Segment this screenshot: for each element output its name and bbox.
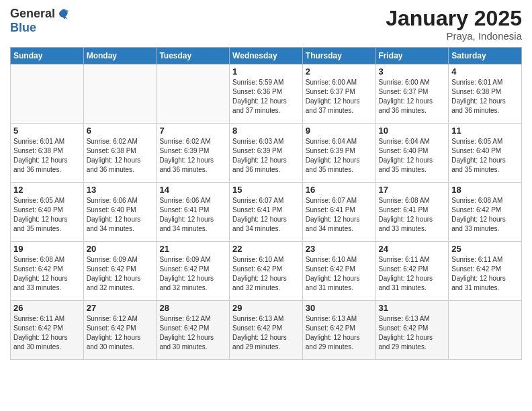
day-number: 8: [232, 126, 300, 136]
day-number: 24: [379, 244, 446, 254]
day-info: Sunrise: 6:11 AM Sunset: 6:42 PM Dayligh…: [451, 255, 519, 293]
calendar-cell: 20Sunrise: 6:09 AM Sunset: 6:42 PM Dayli…: [83, 242, 157, 301]
day-number: 10: [379, 126, 446, 136]
day-number: 7: [159, 126, 226, 136]
calendar-cell: [449, 301, 522, 360]
page: General Blue January 2025 Praya, Indones…: [0, 0, 532, 411]
day-info: Sunrise: 6:01 AM Sunset: 6:38 PM Dayligh…: [13, 137, 81, 175]
day-number: 13: [87, 185, 154, 195]
day-info: Sunrise: 6:09 AM Sunset: 6:42 PM Dayligh…: [87, 255, 154, 293]
calendar-cell: [157, 64, 230, 124]
day-number: 5: [13, 126, 81, 136]
calendar-cell: 3Sunrise: 6:00 AM Sunset: 6:37 PM Daylig…: [375, 64, 449, 124]
calendar-week-row: 12Sunrise: 6:05 AM Sunset: 6:40 PM Dayli…: [11, 183, 522, 242]
calendar-cell: 8Sunrise: 6:03 AM Sunset: 6:39 PM Daylig…: [230, 124, 303, 183]
day-number: 25: [451, 244, 519, 254]
calendar-cell: 5Sunrise: 6:01 AM Sunset: 6:38 PM Daylig…: [11, 124, 84, 183]
day-number: 1: [232, 66, 300, 77]
calendar-cell: 15Sunrise: 6:07 AM Sunset: 6:41 PM Dayli…: [230, 183, 303, 242]
calendar-cell: 22Sunrise: 6:10 AM Sunset: 6:42 PM Dayli…: [230, 242, 303, 301]
day-number: 9: [306, 126, 373, 136]
calendar-table: SundayMondayTuesdayWednesdayThursdayFrid…: [10, 47, 522, 360]
day-number: 29: [232, 303, 300, 313]
calendar-cell: 16Sunrise: 6:07 AM Sunset: 6:41 PM Dayli…: [302, 183, 375, 242]
day-number: 2: [306, 66, 373, 77]
day-number: 18: [451, 185, 519, 195]
day-info: Sunrise: 6:02 AM Sunset: 6:38 PM Dayligh…: [87, 137, 154, 175]
calendar-header-saturday: Saturday: [449, 48, 522, 64]
calendar-cell: 11Sunrise: 6:05 AM Sunset: 6:40 PM Dayli…: [449, 124, 522, 183]
calendar-cell: 27Sunrise: 6:12 AM Sunset: 6:42 PM Dayli…: [83, 301, 157, 360]
logo-bird-icon: [56, 7, 70, 21]
calendar-cell: 28Sunrise: 6:12 AM Sunset: 6:42 PM Dayli…: [157, 301, 230, 360]
day-info: Sunrise: 6:12 AM Sunset: 6:42 PM Dayligh…: [87, 314, 154, 352]
location-title: Praya, Indonesia: [386, 30, 522, 42]
day-number: 4: [451, 66, 519, 77]
day-info: Sunrise: 6:09 AM Sunset: 6:42 PM Dayligh…: [159, 255, 226, 293]
day-info: Sunrise: 6:06 AM Sunset: 6:41 PM Dayligh…: [159, 196, 226, 234]
logo-blue-text: Blue: [10, 21, 36, 35]
day-info: Sunrise: 6:10 AM Sunset: 6:42 PM Dayligh…: [306, 255, 373, 293]
day-info: Sunrise: 6:13 AM Sunset: 6:42 PM Dayligh…: [379, 314, 446, 352]
calendar-cell: 9Sunrise: 6:04 AM Sunset: 6:39 PM Daylig…: [302, 124, 375, 183]
day-info: Sunrise: 6:07 AM Sunset: 6:41 PM Dayligh…: [232, 196, 300, 234]
calendar-cell: [11, 64, 84, 124]
day-info: Sunrise: 6:07 AM Sunset: 6:41 PM Dayligh…: [306, 196, 373, 234]
day-info: Sunrise: 6:10 AM Sunset: 6:42 PM Dayligh…: [232, 255, 300, 293]
day-info: Sunrise: 6:02 AM Sunset: 6:39 PM Dayligh…: [159, 137, 226, 175]
calendar-cell: 19Sunrise: 6:08 AM Sunset: 6:42 PM Dayli…: [11, 242, 84, 301]
day-info: Sunrise: 6:12 AM Sunset: 6:42 PM Dayligh…: [159, 314, 226, 352]
day-info: Sunrise: 6:13 AM Sunset: 6:42 PM Dayligh…: [232, 314, 300, 352]
calendar-cell: 4Sunrise: 6:01 AM Sunset: 6:38 PM Daylig…: [449, 64, 522, 124]
day-number: 16: [306, 185, 373, 195]
calendar-week-row: 26Sunrise: 6:11 AM Sunset: 6:42 PM Dayli…: [11, 301, 522, 360]
header: General Blue January 2025 Praya, Indones…: [10, 7, 522, 42]
day-info: Sunrise: 6:04 AM Sunset: 6:39 PM Dayligh…: [306, 137, 373, 175]
calendar-cell: 31Sunrise: 6:13 AM Sunset: 6:42 PM Dayli…: [375, 301, 449, 360]
day-info: Sunrise: 6:00 AM Sunset: 6:37 PM Dayligh…: [379, 78, 446, 116]
day-number: 6: [87, 126, 154, 136]
calendar-cell: 14Sunrise: 6:06 AM Sunset: 6:41 PM Dayli…: [157, 183, 230, 242]
day-number: 28: [159, 303, 226, 313]
calendar-cell: 1Sunrise: 5:59 AM Sunset: 6:36 PM Daylig…: [230, 64, 303, 124]
day-number: 17: [379, 185, 446, 195]
calendar-header-sunday: Sunday: [11, 48, 84, 64]
day-number: 22: [232, 244, 300, 254]
day-info: Sunrise: 6:08 AM Sunset: 6:42 PM Dayligh…: [13, 255, 81, 293]
day-number: 15: [232, 185, 300, 195]
calendar-cell: 26Sunrise: 6:11 AM Sunset: 6:42 PM Dayli…: [11, 301, 84, 360]
day-number: 3: [379, 66, 446, 77]
day-info: Sunrise: 6:05 AM Sunset: 6:40 PM Dayligh…: [451, 137, 519, 175]
day-number: 12: [13, 185, 81, 195]
logo-general-text: General: [10, 7, 55, 21]
calendar-cell: 6Sunrise: 6:02 AM Sunset: 6:38 PM Daylig…: [83, 124, 157, 183]
calendar-week-row: 5Sunrise: 6:01 AM Sunset: 6:38 PM Daylig…: [11, 124, 522, 183]
calendar-header-row: SundayMondayTuesdayWednesdayThursdayFrid…: [11, 48, 522, 64]
calendar-cell: 17Sunrise: 6:08 AM Sunset: 6:41 PM Dayli…: [375, 183, 449, 242]
day-info: Sunrise: 6:04 AM Sunset: 6:40 PM Dayligh…: [379, 137, 446, 175]
calendar-cell: 24Sunrise: 6:11 AM Sunset: 6:42 PM Dayli…: [375, 242, 449, 301]
calendar-cell: 2Sunrise: 6:00 AM Sunset: 6:37 PM Daylig…: [302, 64, 375, 124]
calendar-header-thursday: Thursday: [302, 48, 375, 64]
day-info: Sunrise: 6:01 AM Sunset: 6:38 PM Dayligh…: [451, 78, 519, 116]
day-info: Sunrise: 6:00 AM Sunset: 6:37 PM Dayligh…: [306, 78, 373, 116]
calendar-cell: 21Sunrise: 6:09 AM Sunset: 6:42 PM Dayli…: [157, 242, 230, 301]
calendar-cell: 29Sunrise: 6:13 AM Sunset: 6:42 PM Dayli…: [230, 301, 303, 360]
day-info: Sunrise: 6:06 AM Sunset: 6:40 PM Dayligh…: [87, 196, 154, 234]
calendar-cell: 13Sunrise: 6:06 AM Sunset: 6:40 PM Dayli…: [83, 183, 157, 242]
month-title: January 2025: [386, 7, 522, 30]
calendar-header-tuesday: Tuesday: [157, 48, 230, 64]
day-info: Sunrise: 6:11 AM Sunset: 6:42 PM Dayligh…: [13, 314, 81, 352]
day-number: 27: [87, 303, 154, 313]
calendar-cell: 23Sunrise: 6:10 AM Sunset: 6:42 PM Dayli…: [302, 242, 375, 301]
calendar-header-monday: Monday: [83, 48, 157, 64]
day-number: 19: [13, 244, 81, 254]
day-number: 30: [306, 303, 373, 313]
calendar-header-wednesday: Wednesday: [230, 48, 303, 64]
calendar-cell: 12Sunrise: 6:05 AM Sunset: 6:40 PM Dayli…: [11, 183, 84, 242]
calendar-week-row: 1Sunrise: 5:59 AM Sunset: 6:36 PM Daylig…: [11, 64, 522, 124]
day-info: Sunrise: 6:03 AM Sunset: 6:39 PM Dayligh…: [232, 137, 300, 175]
day-number: 11: [451, 126, 519, 136]
day-number: 23: [306, 244, 373, 254]
day-number: 31: [379, 303, 446, 313]
